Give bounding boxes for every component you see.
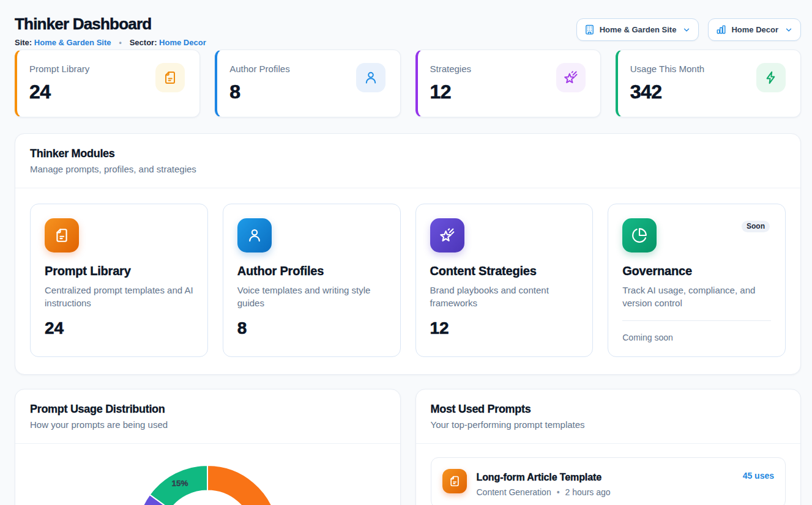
svg-text:15%: 15% bbox=[171, 479, 188, 488]
